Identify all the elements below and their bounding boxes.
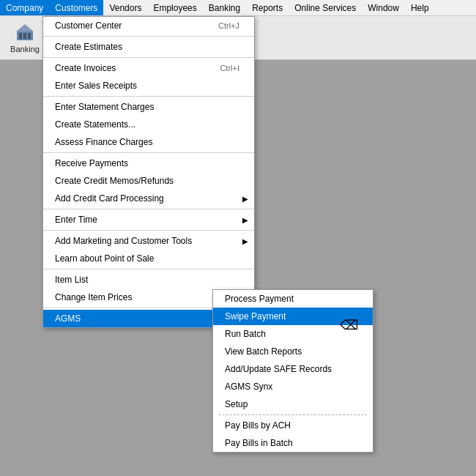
customers-dropdown: Customer Center Ctrl+J Create Estimates … (42, 16, 255, 328)
menu-separator-4 (43, 152, 254, 153)
agms-dashed-separator (219, 414, 367, 415)
menu-item-learn-point-of-sale[interactable]: Learn about Point of Sale (43, 250, 254, 267)
menu-item-enter-sales-receipts[interactable]: Enter Sales Receipts (43, 77, 254, 94)
menu-separator-6 (43, 230, 254, 231)
menu-item-receive-payments[interactable]: Receive Payments (43, 155, 254, 172)
menu-item-create-invoices[interactable]: Create Invoices Ctrl+I (43, 59, 254, 77)
menu-item-item-list[interactable]: Item List (43, 271, 254, 289)
menubar-item-vendors[interactable]: Vendors (103, 0, 147, 15)
menu-item-enter-statement-charges[interactable]: Enter Statement Charges (43, 98, 254, 116)
svg-rect-4 (28, 33, 31, 39)
menu-separator-3 (43, 96, 254, 97)
agms-menu-item-agms-synx[interactable]: AGMS Synx (213, 378, 373, 395)
agms-menu-item-run-batch[interactable]: Run Batch (213, 325, 373, 343)
submenu-arrow-time: ▶ (242, 216, 248, 224)
svg-rect-3 (23, 33, 26, 39)
banking-button[interactable]: Banking (3, 18, 47, 58)
menubar: Company Customers Vendors Employees Bank… (0, 0, 476, 16)
agms-menu-item-add-update-safe[interactable]: Add/Update SAFE Records (213, 360, 373, 378)
banking-icon (15, 23, 35, 43)
agms-menu-item-process-payment[interactable]: Process Payment (213, 290, 373, 308)
menubar-item-online-services[interactable]: Online Services (289, 0, 362, 15)
menu-item-create-estimates[interactable]: Create Estimates (43, 38, 254, 56)
menubar-item-reports[interactable]: Reports (246, 0, 289, 15)
menu-item-add-marketing[interactable]: Add Marketing and Customer Tools ▶ (43, 232, 254, 250)
menu-separator-1 (43, 36, 254, 37)
agms-menu-item-view-batch-reports[interactable]: View Batch Reports (213, 343, 373, 360)
menubar-item-company[interactable]: Company (0, 0, 49, 15)
menu-separator-7 (43, 269, 254, 269)
agms-menu-item-swipe-payment[interactable]: Swipe Payment (213, 308, 373, 325)
submenu-arrow-credit: ▶ (242, 195, 248, 203)
menubar-item-employees[interactable]: Employees (147, 0, 202, 15)
menu-item-create-credit-memos[interactable]: Create Credit Memos/Refunds (43, 172, 254, 190)
menubar-item-window[interactable]: Window (362, 0, 405, 15)
menubar-item-help[interactable]: Help (405, 0, 435, 15)
menubar-item-customers[interactable]: Customers (49, 0, 103, 15)
menu-separator-5 (43, 209, 254, 209)
menu-item-create-statements[interactable]: Create Statements... (43, 116, 254, 133)
agms-menu-item-pay-bills-batch[interactable]: Pay Bills in Batch (213, 434, 373, 452)
agms-submenu: Process Payment Swipe Payment Run Batch … (212, 289, 373, 453)
agms-menu-item-setup[interactable]: Setup (213, 395, 373, 413)
svg-rect-2 (19, 33, 22, 39)
svg-marker-1 (16, 24, 34, 31)
submenu-arrow-marketing: ▶ (242, 237, 248, 245)
menu-separator-2 (43, 57, 254, 58)
menu-item-add-credit-card[interactable]: Add Credit Card Processing ▶ (43, 190, 254, 207)
menubar-item-banking[interactable]: Banking (203, 0, 246, 15)
menu-item-customer-center[interactable]: Customer Center Ctrl+J (43, 17, 254, 34)
menu-item-enter-time[interactable]: Enter Time ▶ (43, 211, 254, 228)
menu-item-assess-finance-charges[interactable]: Assess Finance Charges (43, 133, 254, 151)
agms-menu-item-pay-bills-ach[interactable]: Pay Bills by ACH (213, 417, 373, 434)
